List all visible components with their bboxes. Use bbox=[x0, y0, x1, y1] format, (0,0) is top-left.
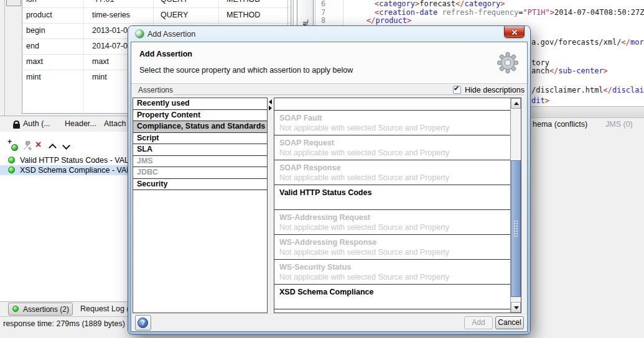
assertion-type-description: Not applicable with selected Source and … bbox=[279, 273, 449, 281]
param-style[interactable]: QUERY bbox=[161, 0, 188, 4]
configure-assertion-icon[interactable] bbox=[22, 141, 32, 153]
panel-edge-line bbox=[4, 0, 5, 116]
dialog-header-description: Select the source property and which ass… bbox=[139, 66, 353, 75]
table-row[interactable]: lon -77.01 QUERY METHOD bbox=[22, 0, 291, 8]
statusbar-divider bbox=[0, 316, 129, 317]
param-level[interactable]: METHOD bbox=[226, 0, 260, 4]
category-security[interactable]: Security bbox=[133, 179, 267, 191]
param-level[interactable]: METHOD bbox=[226, 11, 260, 19]
line-number: 7 bbox=[321, 9, 325, 17]
xml-fragment: anch</sub-center> bbox=[531, 67, 608, 76]
assertion-type-ws-addressing-request: WS-Addressing Request Not applicable wit… bbox=[274, 210, 510, 235]
cancel-button[interactable]: Cancel bbox=[495, 316, 524, 329]
assertion-row-valid-http[interactable]: Valid HTTP Status Codes - VALID bbox=[0, 155, 129, 165]
dialog-content: Add Assertion Select the source property… bbox=[131, 42, 528, 332]
xml-segment: 2014-07-04T08:50:27Z bbox=[554, 8, 644, 17]
xml-segment: </ bbox=[622, 38, 630, 47]
tab-jms[interactable]: JMS (0) bbox=[605, 120, 633, 129]
tab-schema-conflicts[interactable]: hema (conflicts) bbox=[533, 120, 587, 129]
assertion-row-label: Valid HTTP Status Codes - VALID bbox=[20, 156, 137, 165]
dialog-header: Add Assertion Select the source property… bbox=[131, 42, 527, 84]
category-jms: JMS bbox=[133, 156, 267, 168]
xml-fragment: /disclaimer.html</disclaime bbox=[531, 86, 644, 95]
status-ok-icon bbox=[8, 167, 15, 173]
assertion-type-soap-request: SOAP Request Not applicable with selecte… bbox=[274, 135, 510, 160]
assertion-type-title: SOAP Response bbox=[279, 163, 340, 172]
scroll-up-button[interactable] bbox=[511, 98, 521, 109]
category-sla[interactable]: SLA bbox=[133, 144, 267, 156]
assertion-type-description: Not applicable with selected Source and … bbox=[279, 124, 449, 132]
xml-segment: > bbox=[550, 8, 554, 17]
xml-segment: refresh-frequency bbox=[437, 8, 518, 17]
category-script[interactable]: Script bbox=[133, 133, 267, 145]
xml-fragment: dit> bbox=[531, 97, 549, 106]
assertion-type-ws-security-status: WS-Security Status Not applicable with s… bbox=[274, 260, 510, 285]
scrollbar[interactable] bbox=[510, 98, 521, 313]
param-value[interactable]: maxt bbox=[92, 57, 109, 66]
assertion-type-soap-fault: SOAP Fault Not applicable with selected … bbox=[274, 111, 510, 135]
editor-splitter[interactable] bbox=[530, 106, 644, 118]
param-value[interactable]: 2013-01-01 bbox=[92, 26, 132, 35]
xml-segment: "PT1H" bbox=[523, 8, 549, 17]
tab-auth[interactable]: Auth (... bbox=[23, 119, 50, 128]
tab-attachments[interactable]: Attach bbox=[104, 119, 126, 128]
param-name: mint bbox=[26, 73, 41, 81]
line-number: 6 bbox=[321, 0, 325, 9]
assertion-type-description: Not applicable with selected Source and … bbox=[279, 223, 449, 232]
category-property-content[interactable]: Property Content bbox=[133, 110, 267, 122]
param-name: maxt bbox=[26, 57, 43, 66]
assertion-type-title: WS-Addressing Request bbox=[279, 213, 370, 222]
category-recently-used[interactable]: Recently used bbox=[133, 98, 267, 110]
section-divider bbox=[174, 94, 524, 95]
assertion-row-xsd-schema[interactable]: XSD Schema Compliance - VALID bbox=[0, 165, 129, 175]
tab-request-log[interactable]: Request Log ( bbox=[80, 304, 129, 313]
soapui-icon bbox=[135, 29, 144, 39]
scrollbar-thumb[interactable] bbox=[511, 160, 521, 297]
xml-segment: sub-center bbox=[558, 66, 603, 75]
category-compliance-status-standards[interactable]: Compliance, Status and Standards bbox=[133, 121, 267, 133]
assertion-row-label: XSD Schema Compliance - VALID bbox=[20, 166, 139, 175]
close-button[interactable] bbox=[504, 26, 525, 38]
hide-descriptions-label: Hide descriptions bbox=[465, 86, 525, 94]
xml-segment: creation-date bbox=[379, 8, 437, 17]
scroll-up-icon bbox=[514, 102, 519, 105]
xml-segment: </ bbox=[455, 0, 464, 8]
panel-divider bbox=[0, 116, 129, 116]
assertion-type-title: Valid HTTP Status Codes bbox=[279, 188, 371, 197]
collapse-right-icon[interactable] bbox=[269, 106, 272, 111]
xml-segment: dit bbox=[531, 96, 545, 105]
param-name: product bbox=[26, 11, 52, 19]
table-row[interactable]: product time-series QUERY METHOD bbox=[22, 8, 291, 24]
add-assertion-icon[interactable] bbox=[8, 141, 18, 151]
xml-fragment: a.gov/forecasts/xml/</more bbox=[531, 39, 644, 47]
tab-headers[interactable]: Header... bbox=[65, 119, 96, 128]
assertion-type-valid-http-status-codes[interactable]: Valid HTTP Status Codes bbox=[274, 185, 510, 210]
xml-segment: forecast bbox=[419, 0, 455, 8]
xml-segment: > bbox=[500, 0, 505, 8]
assertion-type-empty-row[interactable] bbox=[274, 98, 510, 111]
param-name: end bbox=[26, 42, 39, 50]
assertion-type-xsd-schema-compliance[interactable]: XSD Schema Compliance bbox=[274, 285, 510, 309]
remove-assertion-icon[interactable]: × bbox=[35, 139, 41, 150]
add-button[interactable]: Add bbox=[464, 316, 493, 329]
assertion-categories-list: Recently used Property Content Complianc… bbox=[133, 98, 268, 313]
xml-segment: tory bbox=[531, 58, 549, 67]
help-button[interactable]: ? bbox=[135, 315, 151, 331]
tab-assertions[interactable]: Assertions (2) bbox=[8, 303, 73, 316]
check-mark: ✔ bbox=[454, 84, 459, 93]
xml-segment: > bbox=[407, 16, 411, 25]
scroll-down-button[interactable] bbox=[511, 302, 521, 313]
param-value[interactable]: 2014-07-04 bbox=[92, 42, 132, 50]
category-jdbc: JDBC bbox=[133, 167, 267, 179]
assertions-section-label: Assertions bbox=[138, 86, 173, 94]
buttonbar-divider bbox=[131, 314, 527, 315]
param-style[interactable]: QUERY bbox=[161, 11, 188, 19]
xml-segment: anch bbox=[531, 66, 549, 75]
param-value[interactable]: -77.01 bbox=[92, 0, 114, 4]
xml-segment: > bbox=[545, 96, 549, 105]
xml-segment: category bbox=[379, 0, 415, 8]
collapse-left-icon[interactable] bbox=[269, 99, 272, 104]
status-ok-icon bbox=[12, 306, 19, 312]
param-value[interactable]: time-series bbox=[92, 11, 130, 19]
param-value[interactable]: mint bbox=[92, 73, 107, 81]
